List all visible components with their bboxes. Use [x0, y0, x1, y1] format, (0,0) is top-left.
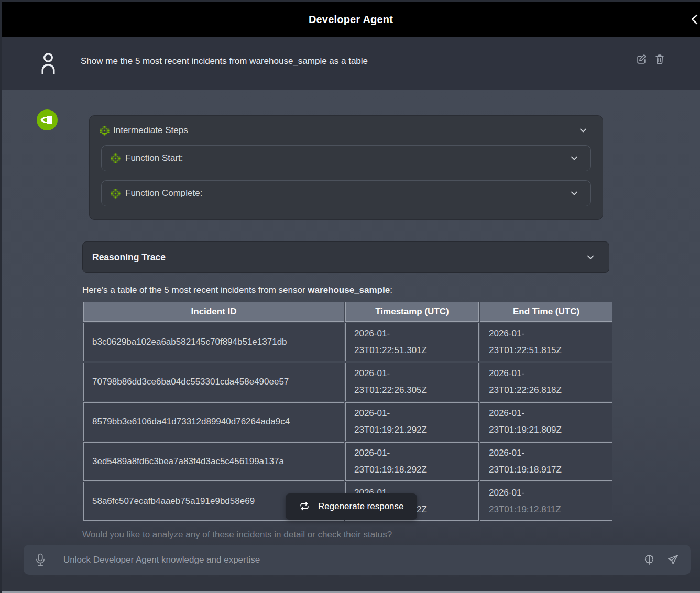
- trash-icon[interactable]: [654, 53, 665, 65]
- microphone-icon[interactable]: [35, 553, 46, 567]
- cpu-chip-icon: [111, 153, 121, 163]
- incident-id-cell: 3ed5489a8fd6c3bea7a83f4d3ac5c456199a137a: [83, 442, 344, 481]
- chevron-left-icon[interactable]: [688, 13, 700, 26]
- app-window: Developer Agent Show me the 5 most recen…: [2, 2, 700, 593]
- intermediate-steps-panel: Intermediate Steps: [89, 115, 603, 220]
- table-row: b3c0629ba102ea6ab582145c70f894b51e1371db…: [83, 323, 612, 361]
- timestamp-cell: 2026-01-23T01:19:21.292Z: [345, 402, 479, 441]
- incident-id-cell: 70798b86dd3ce6ba04dc553301cda458e490ee57: [83, 363, 344, 401]
- end-time-cell: 2026-01-23T01:22:26.818Z: [480, 363, 612, 401]
- user-icon: [41, 52, 56, 74]
- incidents-table-body: b3c0629ba102ea6ab582145c70f894b51e1371db…: [83, 323, 612, 521]
- table-row: 8579bb3e6106da41d73312d89940d76264ada9c4…: [83, 402, 612, 441]
- incident-id-cell: 8579bb3e6106da41d73312d89940d76264ada9c4: [83, 402, 344, 441]
- function-complete-label: Function Complete:: [125, 188, 202, 199]
- reasoning-trace-panel[interactable]: Reasoning Trace: [82, 241, 609, 273]
- nvidia-logo-icon: [37, 109, 58, 130]
- cpu-chip-icon: [111, 189, 121, 199]
- chat-input[interactable]: [63, 555, 643, 565]
- column-header-timestamp: Timestamp (UTC): [345, 302, 479, 322]
- end-time-cell: 2026-01-23T01:19:21.809Z: [480, 402, 612, 441]
- composer-bar: [24, 545, 691, 575]
- regenerate-response-button[interactable]: Regenerate response: [286, 493, 417, 520]
- top-bar: Developer Agent: [2, 2, 700, 37]
- table-row: 3ed5489a8fd6c3bea7a83f4d3ac5c456199a137a…: [83, 442, 612, 481]
- table-row: 70798b86dd3ce6ba04dc553301cda458e490ee57…: [83, 363, 612, 401]
- end-time-cell: 2026-01-23T01:22:51.815Z: [480, 323, 612, 361]
- chat-area: Intermediate Steps: [2, 90, 700, 593]
- intermediate-steps-header[interactable]: Intermediate Steps: [90, 116, 603, 145]
- reasoning-trace-title: Reasoning Trace: [92, 252, 166, 263]
- incident-id-cell: b3c0629ba102ea6ab582145c70f894b51e1371db: [83, 323, 344, 361]
- chevron-down-icon[interactable]: [578, 126, 588, 135]
- edit-icon[interactable]: [636, 53, 647, 65]
- chevron-down-icon[interactable]: [570, 153, 579, 163]
- function-start-label: Function Start:: [125, 153, 183, 163]
- repeat-icon: [299, 501, 310, 512]
- regenerate-label: Regenerate response: [318, 501, 404, 512]
- page-title: Developer Agent: [309, 14, 393, 26]
- table-header-row: Incident ID Timestamp (UTC) End Time (UT…: [83, 302, 612, 322]
- user-message-row: Show me the 5 most recent incidents from…: [2, 37, 700, 90]
- cpu-chip-icon: [100, 126, 110, 136]
- answer-intro: Here's a table of the 5 most recent inci…: [82, 285, 609, 295]
- agent-message-content: Intermediate Steps: [82, 109, 609, 540]
- chevron-down-icon[interactable]: [570, 189, 579, 198]
- end-time-cell: 2026-01-23T01:19:18.917Z: [480, 442, 612, 481]
- agent-message: Intermediate Steps: [2, 90, 700, 540]
- end-time-cell: 2026-01-23T01:19:12.811Z: [480, 482, 612, 521]
- message-actions: [636, 53, 665, 65]
- user-message-text: Show me the 5 most recent incidents from…: [81, 56, 368, 67]
- function-start-panel[interactable]: Function Start:: [101, 145, 591, 171]
- column-header-incident-id: Incident ID: [83, 302, 344, 322]
- function-complete-panel[interactable]: Function Complete:: [101, 180, 591, 206]
- column-header-end-time: End Time (UTC): [480, 302, 612, 322]
- timestamp-cell: 2026-01-23T01:22:26.305Z: [345, 363, 479, 401]
- followup-question: Would you like to analyze any of these i…: [82, 530, 609, 540]
- timestamp-cell: 2026-01-23T01:19:18.292Z: [345, 442, 479, 481]
- chevron-down-icon[interactable]: [586, 252, 595, 262]
- incidents-table: Incident ID Timestamp (UTC) End Time (UT…: [82, 301, 614, 522]
- send-icon[interactable]: [666, 554, 679, 566]
- intermediate-steps-title: Intermediate Steps: [113, 125, 188, 136]
- composer-actions: [643, 554, 679, 566]
- sensor-name: warehouse_sample: [308, 285, 390, 295]
- timestamp-cell: 2026-01-23T01:22:51.301Z: [345, 323, 479, 361]
- brain-icon[interactable]: [643, 554, 655, 566]
